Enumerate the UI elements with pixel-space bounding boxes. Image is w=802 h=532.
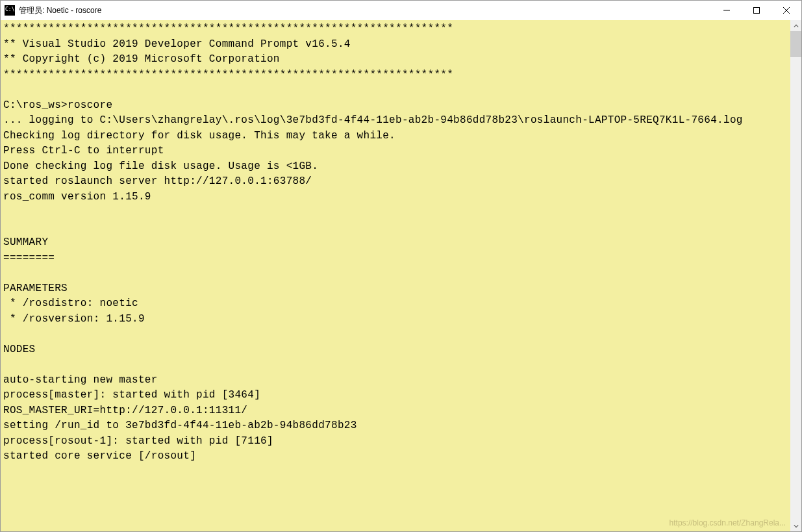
- maximize-icon: [753, 7, 760, 14]
- content-area: ****************************************…: [1, 20, 801, 531]
- scroll-track[interactable]: [790, 31, 801, 520]
- scroll-thumb[interactable]: [790, 31, 801, 57]
- window-controls: [712, 1, 801, 20]
- cmd-icon: [5, 5, 15, 16]
- titlebar[interactable]: 管理员: Noetic - roscore: [1, 1, 801, 20]
- terminal-output[interactable]: ****************************************…: [1, 20, 790, 531]
- console-window: 管理员: Noetic - roscore ******************…: [0, 0, 802, 532]
- scrollbar[interactable]: [790, 20, 801, 531]
- svg-rect-1: [754, 8, 760, 14]
- close-icon: [783, 7, 790, 14]
- maximize-button[interactable]: [742, 1, 771, 20]
- chevron-down-icon: [794, 524, 799, 529]
- minimize-button[interactable]: [712, 1, 742, 20]
- scroll-down-button[interactable]: [790, 520, 801, 531]
- close-button[interactable]: [771, 1, 801, 20]
- scroll-up-button[interactable]: [790, 20, 801, 31]
- chevron-up-icon: [794, 23, 799, 29]
- window-title: 管理员: Noetic - roscore: [19, 5, 712, 16]
- minimize-icon: [723, 7, 730, 14]
